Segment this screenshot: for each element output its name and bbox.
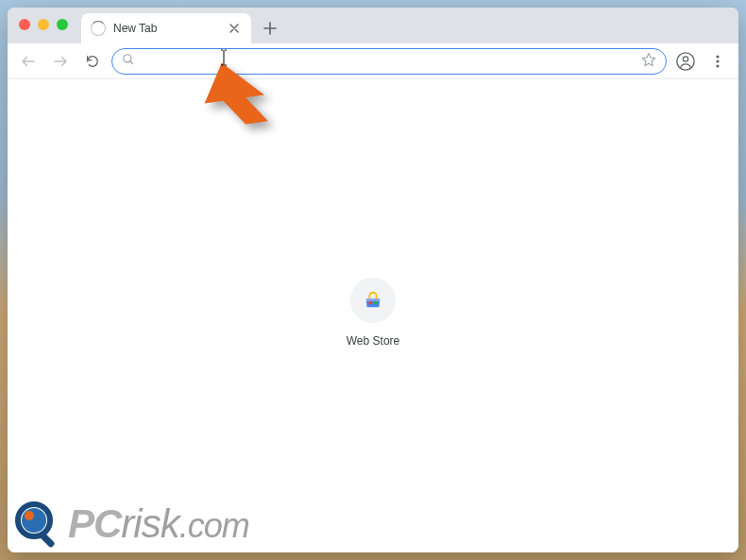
svg-point-7 <box>374 301 378 305</box>
shortcut-label: Web Store <box>347 334 399 348</box>
titlebar: New Tab <box>8 8 738 43</box>
reload-button[interactable] <box>79 48 106 75</box>
address-input[interactable] <box>143 54 634 69</box>
svg-point-3 <box>716 55 719 58</box>
plus-icon <box>263 22 277 35</box>
new-tab-page: Web Store <box>8 79 738 552</box>
svg-point-4 <box>716 59 719 62</box>
web-store-icon <box>363 290 383 311</box>
shortcut-icon-circle <box>350 278 396 323</box>
person-icon <box>676 52 695 71</box>
star-icon <box>641 52 656 67</box>
arrow-right-icon <box>52 53 69 70</box>
arrow-left-icon <box>20 53 37 70</box>
bookmark-star-button[interactable] <box>641 52 656 71</box>
address-bar[interactable] <box>111 48 667 75</box>
close-icon <box>229 24 239 33</box>
reload-icon <box>85 54 100 69</box>
svg-point-2 <box>683 56 687 60</box>
tab-new-tab[interactable]: New Tab <box>81 13 251 43</box>
new-tab-button[interactable] <box>257 15 283 42</box>
tab-title: New Tab <box>113 22 219 35</box>
shortcut-web-store[interactable]: Web Store <box>321 278 425 348</box>
search-icon <box>122 53 135 70</box>
desktop-background: New Tab <box>0 0 746 560</box>
minimize-window-button[interactable] <box>38 19 49 30</box>
svg-point-6 <box>368 301 372 305</box>
profile-button[interactable] <box>672 48 699 75</box>
close-window-button[interactable] <box>19 19 30 30</box>
forward-button[interactable] <box>47 48 74 75</box>
toolbar <box>8 43 738 79</box>
svg-point-5 <box>716 64 719 67</box>
browser-window: New Tab <box>8 8 738 552</box>
tab-close-button[interactable] <box>227 21 242 36</box>
main-menu-button[interactable] <box>704 48 731 75</box>
maximize-window-button[interactable] <box>57 19 68 30</box>
window-controls <box>19 19 68 30</box>
back-button[interactable] <box>15 48 42 75</box>
kebab-menu-icon <box>710 54 725 69</box>
tab-favicon-spinner-icon <box>91 21 106 36</box>
